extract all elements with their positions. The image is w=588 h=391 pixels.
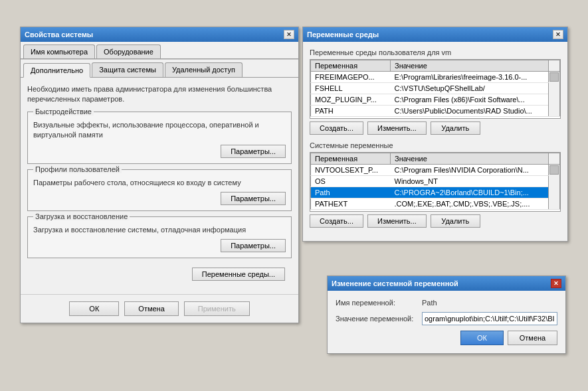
sys-props-apply-button[interactable]: Применить bbox=[184, 301, 250, 316]
edit-dialog-content: Имя переменной: Path Значение переменной… bbox=[328, 291, 565, 353]
info-text: Необходимо иметь права администратора дл… bbox=[27, 84, 292, 105]
edit-dialog-cancel-button[interactable]: Отмена bbox=[508, 331, 557, 345]
var-value-label: Значение переменной: bbox=[336, 315, 422, 323]
system-var-row[interactable]: NVTOOLSEXT_P... C:\Program Files\NVIDIA … bbox=[311, 165, 560, 176]
edit-dialog-ok-button[interactable]: ОК bbox=[460, 331, 504, 345]
startup-desc: Загрузка и восстановление системы, отлад… bbox=[33, 225, 286, 235]
tab-remote-access[interactable]: Удаленный доступ bbox=[165, 62, 243, 77]
sys-var-value-1: Windows_NT bbox=[391, 176, 549, 187]
user-var-name-0: FREEIMAGEРО... bbox=[311, 72, 391, 83]
startup-content: Загрузка и восстановление системы, отлад… bbox=[33, 225, 286, 252]
sys-var-name-3: PATHEXT bbox=[311, 198, 391, 210]
user-var-name-1: FSHELL bbox=[311, 83, 391, 94]
user-vars-section: Переменные среды пользователя для vm Пер… bbox=[310, 48, 561, 135]
user-var-row[interactable]: MOZ_PLUGIN_P... C:\Program Files (x86)\F… bbox=[311, 94, 560, 106]
system-create-button[interactable]: Создать... bbox=[310, 214, 363, 228]
user-var-name-2: MOZ_PLUGIN_P... bbox=[311, 94, 391, 106]
user-profiles-params-button[interactable]: Параметры... bbox=[221, 192, 286, 205]
user-var-header: Переменная bbox=[311, 60, 391, 72]
env-vars-button[interactable]: Переменные среды... bbox=[192, 268, 285, 281]
var-name-value: Path bbox=[422, 299, 437, 307]
user-vars-table-container: Переменная Значение FREEIMAGEРО... E:\Pr… bbox=[310, 59, 561, 119]
var-name-row: Имя переменной: Path bbox=[336, 299, 557, 307]
sys-props-bottom-btns: ОК Отмена Применить bbox=[21, 294, 298, 323]
user-vars-btns: Создать... Изменить... Удалить bbox=[310, 121, 561, 135]
edit-dialog-title: Изменение системной переменной bbox=[332, 279, 551, 287]
sys-var-name-0: NVTOOLSEXT_P... bbox=[311, 165, 391, 176]
user-delete-button[interactable]: Удалить bbox=[431, 121, 480, 135]
sys-props-content: Необходимо иметь права администратора дл… bbox=[21, 78, 298, 291]
system-vars-section: Системные переменные Переменная Значение… bbox=[310, 141, 561, 228]
sys-var-value-0: C:\Program Files\NVIDIA Corporation\N... bbox=[391, 165, 549, 176]
user-val-header: Значение bbox=[391, 60, 549, 72]
env-vars-close-button[interactable]: ✕ bbox=[553, 30, 563, 39]
system-val-header: Значение bbox=[391, 153, 549, 165]
system-var-row[interactable]: OS Windows_NT bbox=[311, 176, 560, 187]
sys-var-value-2: C:\PROGRA~2\Borland\CBUILD~1\Bin;... bbox=[391, 187, 549, 198]
user-vars-label: Переменные среды пользователя для vm bbox=[310, 48, 561, 56]
performance-params-button[interactable]: Параметры... bbox=[221, 145, 286, 158]
user-var-value-2: C:\Program Files (x86)\Foxit Software\..… bbox=[391, 94, 549, 106]
edit-dialog-titlebar: Изменение системной переменной ✕ bbox=[328, 276, 565, 291]
tab-hardware[interactable]: Оборудование bbox=[96, 44, 161, 58]
var-value-row: Значение переменной: bbox=[336, 312, 557, 325]
env-vars-window: Переменные среды ✕ Переменные среды поль… bbox=[302, 27, 568, 242]
performance-content: Визуальные эффекты, использование процес… bbox=[33, 120, 286, 158]
system-edit-button[interactable]: Изменить... bbox=[367, 214, 427, 228]
edit-dialog-btns: ОК Отмена bbox=[336, 331, 557, 345]
system-var-row[interactable]: PATHEXT .COM;.EXE;.BAT;.CMD;.VBS;.VBE;.J… bbox=[311, 198, 560, 210]
tab-system-protection[interactable]: Защита системы bbox=[92, 62, 163, 77]
user-var-name-3: PATH bbox=[311, 106, 391, 117]
env-vars-content: Переменные среды пользователя для vm Пер… bbox=[303, 42, 567, 241]
user-vars-table: Переменная Значение FREEIMAGEРО... E:\Pr… bbox=[310, 60, 560, 117]
system-vars-label: Системные переменные bbox=[310, 141, 561, 149]
env-btn-row: Переменные среды... bbox=[27, 264, 292, 285]
system-var-header: Переменная bbox=[311, 153, 391, 165]
system-delete-button[interactable]: Удалить bbox=[431, 214, 480, 228]
sys-props-cancel-button[interactable]: Отмена bbox=[124, 301, 178, 316]
env-vars-title: Переменные среды bbox=[307, 31, 553, 39]
edit-dialog-window: Изменение системной переменной ✕ Имя пер… bbox=[327, 275, 566, 354]
performance-label: Быстродействие bbox=[33, 108, 94, 116]
var-value-input[interactable] bbox=[422, 312, 557, 325]
user-var-value-3: C:\Users\Public\Documents\RAD Studio\... bbox=[391, 106, 549, 117]
system-vars-table-container: Переменная Значение NVTOOLSEXT_P... C:\P… bbox=[310, 152, 561, 212]
user-var-value-1: C:\VSTU\SetupQFShellLab/ bbox=[391, 83, 549, 94]
system-vars-btns: Создать... Изменить... Удалить bbox=[310, 214, 561, 228]
sys-props-title: Свойства системы bbox=[25, 31, 284, 39]
user-profiles-content: Параметры рабочего стола, относящиеся ко… bbox=[33, 178, 286, 205]
user-profiles-label: Профили пользователей bbox=[33, 165, 122, 173]
sys-props-tabs: Имя компьютера Оборудование bbox=[21, 42, 298, 59]
startup-group: Загрузка и восстановление Загрузка и вос… bbox=[27, 216, 292, 258]
var-name-label: Имя переменной: bbox=[336, 299, 422, 307]
env-vars-titlebar: Переменные среды ✕ bbox=[303, 27, 567, 42]
sys-var-value-3: .COM;.EXE;.BAT;.CMD;.VBS;.VBE;.JS;.... bbox=[391, 198, 549, 210]
edit-dialog-close-button[interactable]: ✕ bbox=[551, 279, 561, 288]
user-edit-button[interactable]: Изменить... bbox=[367, 121, 427, 135]
user-var-row[interactable]: FREEIMAGEРО... E:\Program\Libraries\free… bbox=[311, 72, 560, 83]
user-var-row[interactable]: PATH C:\Users\Public\Documents\RAD Studi… bbox=[311, 106, 560, 117]
user-profiles-desc: Параметры рабочего стола, относящиеся ко… bbox=[33, 178, 286, 188]
tab-computer-name[interactable]: Имя компьютера bbox=[23, 44, 95, 58]
sys-props-ok-button[interactable]: ОК bbox=[69, 301, 119, 316]
system-properties-window: Свойства системы ✕ Имя компьютера Оборуд… bbox=[20, 27, 299, 323]
system-var-row-selected[interactable]: Path C:\PROGRA~2\Borland\CBUILD~1\Bin;..… bbox=[311, 187, 560, 198]
startup-label: Загрузка и восстановление bbox=[33, 212, 130, 220]
sys-props-titlebar: Свойства системы ✕ bbox=[21, 27, 298, 42]
tab-advanced[interactable]: Дополнительно bbox=[23, 63, 90, 78]
user-profiles-group: Профили пользователей Параметры рабочего… bbox=[27, 169, 292, 211]
sys-var-name-2: Path bbox=[311, 187, 391, 198]
user-var-row[interactable]: FSHELL C:\VSTU\SetupQFShellLab/ bbox=[311, 83, 560, 94]
user-var-value-0: E:\Program\Libraries\freeimage-3.16.0-..… bbox=[391, 72, 549, 83]
system-vars-table: Переменная Значение NVTOOLSEXT_P... C:\P… bbox=[310, 153, 560, 210]
sys-var-name-1: OS bbox=[311, 176, 391, 187]
performance-desc: Визуальные эффекты, использование процес… bbox=[33, 120, 286, 141]
sys-props-tabs-row2: Дополнительно Защита системы Удаленный д… bbox=[21, 59, 298, 78]
sys-props-close-button[interactable]: ✕ bbox=[284, 30, 294, 39]
user-create-button[interactable]: Создать... bbox=[310, 121, 363, 135]
performance-group: Быстродействие Визуальные эффекты, испол… bbox=[27, 112, 292, 164]
startup-params-button[interactable]: Параметры... bbox=[221, 239, 286, 252]
